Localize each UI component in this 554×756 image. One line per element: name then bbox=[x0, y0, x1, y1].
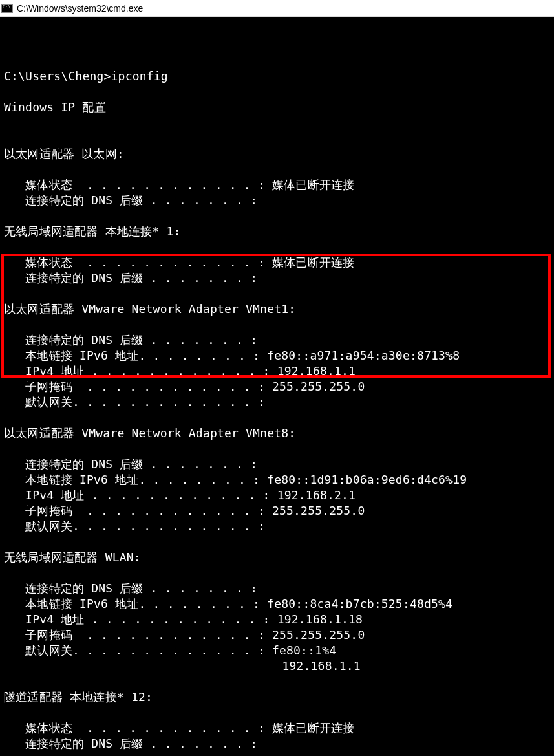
terminal-line bbox=[4, 565, 550, 581]
terminal-line: 本地链接 IPv6 地址. . . . . . . . : fe80::a971… bbox=[4, 348, 550, 363]
terminal-line: 媒体状态 . . . . . . . . . . . . : 媒体已断开连接 bbox=[4, 720, 550, 736]
terminal-line: 以太网适配器 以太网: bbox=[4, 146, 550, 162]
terminal-line bbox=[4, 317, 550, 332]
terminal-line bbox=[4, 208, 550, 224]
terminal-line: 子网掩码 . . . . . . . . . . . . : 255.255.2… bbox=[4, 379, 550, 394]
terminal-line: 媒体状态 . . . . . . . . . . . . : 媒体已断开连接 bbox=[4, 255, 550, 270]
terminal-line: 192.168.1.1 bbox=[4, 658, 550, 674]
terminal-line: 连接特定的 DNS 后缀 . . . . . . . : bbox=[4, 332, 550, 348]
terminal-line: Windows IP 配置 bbox=[4, 100, 550, 115]
terminal-line bbox=[4, 410, 550, 426]
terminal-line: 媒体状态 . . . . . . . . . . . . : 媒体已断开连接 bbox=[4, 177, 550, 193]
terminal-line: 以太网适配器 VMware Network Adapter VMnet8: bbox=[4, 426, 550, 441]
terminal-line: 本地链接 IPv6 地址. . . . . . . . : fe80::8ca4… bbox=[4, 596, 550, 612]
terminal-line: 连接特定的 DNS 后缀 . . . . . . . : bbox=[4, 193, 550, 208]
terminal-line bbox=[4, 705, 550, 720]
cmd-icon bbox=[1, 4, 13, 13]
window-titlebar[interactable]: C:\Windows\system32\cmd.exe bbox=[0, 0, 554, 17]
terminal-line bbox=[4, 751, 550, 756]
terminal-line: 以太网适配器 VMware Network Adapter VMnet1: bbox=[4, 301, 550, 317]
terminal-line: 隧道适配器 本地连接* 12: bbox=[4, 689, 550, 705]
terminal-line bbox=[4, 131, 550, 146]
terminal-line: 默认网关. . . . . . . . . . . . . : bbox=[4, 394, 550, 410]
terminal-line bbox=[4, 53, 550, 69]
terminal-line: 本地链接 IPv6 地址. . . . . . . . : fe80::1d91… bbox=[4, 472, 550, 488]
terminal-line bbox=[4, 441, 550, 457]
terminal-line bbox=[4, 84, 550, 100]
terminal-line: 连接特定的 DNS 后缀 . . . . . . . : bbox=[4, 457, 550, 472]
terminal-line: C:\Users\Cheng>ipconfig bbox=[4, 69, 550, 84]
window-title: C:\Windows\system32\cmd.exe bbox=[17, 3, 143, 14]
terminal-line bbox=[4, 534, 550, 550]
terminal-line bbox=[4, 115, 550, 131]
terminal-line: 连接特定的 DNS 后缀 . . . . . . . : bbox=[4, 270, 550, 286]
terminal-line: IPv4 地址 . . . . . . . . . . . . : 192.16… bbox=[4, 363, 550, 379]
terminal-line: 默认网关. . . . . . . . . . . . . : fe80::1%… bbox=[4, 643, 550, 658]
terminal-line: IPv4 地址 . . . . . . . . . . . . : 192.16… bbox=[4, 612, 550, 627]
terminal-line: 子网掩码 . . . . . . . . . . . . : 255.255.2… bbox=[4, 627, 550, 643]
terminal-line: 默认网关. . . . . . . . . . . . . : bbox=[4, 519, 550, 534]
terminal-line: 子网掩码 . . . . . . . . . . . . : 255.255.2… bbox=[4, 503, 550, 519]
terminal-line bbox=[4, 162, 550, 177]
terminal-line: 无线局域网适配器 本地连接* 1: bbox=[4, 224, 550, 239]
terminal-line: 连接特定的 DNS 后缀 . . . . . . . : bbox=[4, 581, 550, 596]
terminal-line: IPv4 地址 . . . . . . . . . . . . : 192.16… bbox=[4, 488, 550, 503]
terminal-line bbox=[4, 286, 550, 301]
terminal-line: 无线局域网适配器 WLAN: bbox=[4, 550, 550, 565]
terminal-line bbox=[4, 239, 550, 255]
terminal-line: 连接特定的 DNS 后缀 . . . . . . . : bbox=[4, 736, 550, 751]
terminal-output[interactable]: C:\Users\Cheng>ipconfigWindows IP 配置以太网适… bbox=[0, 17, 554, 756]
terminal-line bbox=[4, 674, 550, 689]
